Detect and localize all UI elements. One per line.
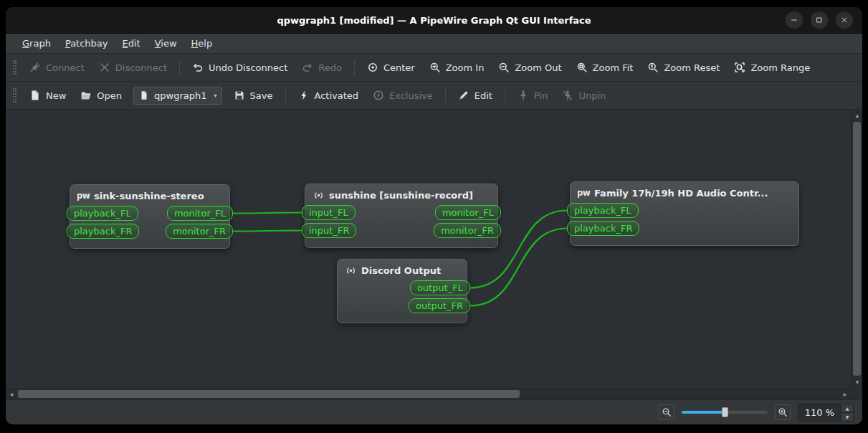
toolbar-handle[interactable]	[13, 88, 16, 103]
node-family[interactable]: pwFamily 17h/19h HD Audio Contr...playba…	[570, 181, 799, 246]
titlebar[interactable]: qpwgraph1 [modified] — A PipeWire Graph …	[6, 7, 862, 34]
activated-button[interactable]: Activated	[291, 86, 366, 105]
zoom-slider[interactable]	[682, 406, 768, 419]
port-monitor_FL[interactable]: monitor_FL	[435, 205, 501, 220]
toolbar-separator	[354, 60, 355, 75]
app-window: qpwgraph1 [modified] — A PipeWire Graph …	[6, 7, 862, 424]
node-title-text: sunshine [sunshine-record]	[329, 190, 473, 201]
toolbar-separator	[285, 87, 286, 103]
zoom-in-icon	[777, 406, 788, 418]
zoom-out-icon	[661, 406, 672, 418]
edit-icon	[458, 90, 469, 101]
stream-icon	[345, 265, 356, 276]
vscroll-thumb[interactable]	[853, 122, 861, 376]
port-output_FL[interactable]: output_FL	[410, 280, 470, 295]
center-icon	[367, 62, 378, 73]
graph-toolbar: ConnectDisconnectUndo DisconnectRedoCent…	[6, 54, 862, 82]
button-label: Zoom Reset	[664, 62, 720, 73]
button-label: Center	[383, 62, 415, 73]
zoom-reset-button[interactable]: Zoom Reset	[640, 58, 727, 77]
close-button[interactable]	[836, 11, 853, 29]
chevron-down-icon: ▾	[214, 92, 217, 99]
port-playback_FR[interactable]: playback_FR	[567, 221, 639, 236]
save-button[interactable]: Save	[226, 86, 280, 105]
port-row: playback_FLmonitor_FL	[70, 206, 229, 221]
zoom-out-button[interactable]: Zoom Out	[491, 58, 568, 77]
maximize-button[interactable]	[811, 11, 828, 29]
scroll-left-icon[interactable]: ◂	[6, 389, 17, 400]
scroll-down-icon[interactable]: ▾	[852, 376, 862, 388]
open-button[interactable]: Open	[73, 86, 129, 105]
canvas-hscrollbar[interactable]: ◂ ▸	[6, 388, 851, 399]
port-playback_FR[interactable]: playback_FR	[67, 224, 139, 239]
redo-button: Redo	[295, 58, 349, 77]
port-playback_FL[interactable]: playback_FL	[567, 203, 639, 218]
toolbar-handle[interactable]	[13, 60, 16, 75]
patchbay-file-combo[interactable]: qpwgraph1▾	[133, 87, 221, 105]
connection-cable[interactable]	[233, 213, 302, 214]
node-sink[interactable]: pwsink-sunshine-stereoplayback_FLmonitor…	[70, 184, 230, 249]
zoom-in-button[interactable]: Zoom In	[422, 58, 492, 77]
node-title: pwsink-sunshine-stereo	[77, 189, 222, 203]
port-output_FR[interactable]: output_FR	[409, 298, 470, 313]
port-monitor_FR[interactable]: monitor_FR	[166, 224, 233, 239]
spin-up-icon[interactable]: ▲	[841, 404, 853, 413]
menu-graph[interactable]: Graph	[16, 36, 57, 51]
menu-edit[interactable]: Edit	[116, 36, 147, 51]
toolbar-separator	[505, 87, 505, 103]
zoom-slider-handle[interactable]	[722, 407, 728, 417]
unpin-icon	[562, 90, 573, 101]
button-label: Edit	[474, 90, 492, 101]
graph-canvas[interactable]: pwsink-sunshine-stereoplayback_FLmonitor…	[6, 110, 851, 388]
port-playback_FL[interactable]: playback_FL	[67, 206, 138, 221]
scroll-right-icon[interactable]: ▸	[839, 389, 851, 400]
menu-view[interactable]: View	[148, 36, 183, 51]
node-sunshine[interactable]: sunshine [sunshine-record]input_FLmonito…	[305, 184, 498, 248]
zoom-spin-arrows: ▲ ▼	[841, 404, 853, 421]
port-input_FL[interactable]: input_FL	[302, 205, 356, 220]
button-label: Undo Disconnect	[209, 62, 287, 73]
file-icon	[138, 90, 150, 101]
patchbay-toolbar: NewOpenqpwgraph1▾SaveActivatedExclusiveE…	[6, 82, 862, 110]
port-monitor_FR[interactable]: monitor_FR	[434, 223, 501, 238]
pipewire-icon: pw	[578, 187, 589, 199]
button-label: Open	[97, 90, 122, 101]
undo-disconnect-button[interactable]: Undo Disconnect	[185, 58, 295, 77]
button-label: Connect	[46, 62, 85, 73]
button-label: Zoom In	[446, 62, 485, 73]
toolbar-separator	[445, 87, 446, 103]
zoom-range-icon	[734, 62, 745, 73]
canvas-vscrollbar[interactable]: ▴ ▾	[851, 110, 862, 388]
node-title: sunshine [sunshine-record]	[313, 188, 490, 202]
redo-icon	[302, 62, 313, 73]
zoom-range-button[interactable]: Zoom Range	[727, 58, 817, 77]
spin-down-icon[interactable]: ▼	[841, 413, 853, 421]
node-title: pwFamily 17h/19h HD Audio Contr...	[578, 186, 791, 200]
menu-patchbay[interactable]: Patchbay	[59, 36, 115, 51]
center-button[interactable]: Center	[360, 58, 422, 77]
zoom-spinbox[interactable]: 110 % ▲ ▼	[798, 404, 854, 422]
edit-button[interactable]: Edit	[451, 86, 500, 105]
connect-button: Connect	[22, 58, 92, 77]
statusbar-zoom-in-button[interactable]	[775, 404, 791, 420]
combo-value: qpwgraph1	[154, 90, 206, 101]
new-button[interactable]: New	[22, 86, 73, 105]
port-row: playback_FRmonitor_FR	[70, 224, 229, 239]
statusbar-zoom-out-button[interactable]	[659, 404, 674, 420]
menu-help[interactable]: Help	[185, 36, 219, 51]
zoom-in-icon	[429, 62, 441, 73]
minimize-button[interactable]	[786, 11, 803, 29]
port-monitor_FL[interactable]: monitor_FL	[167, 206, 233, 221]
connection-cable[interactable]	[233, 231, 302, 232]
toolbar-separator	[179, 60, 180, 75]
port-row: input_FLmonitor_FL	[305, 205, 497, 220]
zoom-fit-button[interactable]: Zoom Fit	[569, 58, 641, 77]
button-label: Disconnect	[115, 62, 167, 73]
node-discord[interactable]: Discord Outputoutput_FLoutput_FR	[337, 259, 467, 323]
scroll-up-icon[interactable]: ▴	[852, 110, 862, 121]
port-row: input_FRmonitor_FR	[305, 223, 497, 238]
hscroll-thumb[interactable]	[18, 390, 520, 398]
exclusive-icon	[373, 90, 384, 101]
port-input_FR[interactable]: input_FR	[302, 223, 356, 238]
button-label: Save	[250, 90, 273, 101]
